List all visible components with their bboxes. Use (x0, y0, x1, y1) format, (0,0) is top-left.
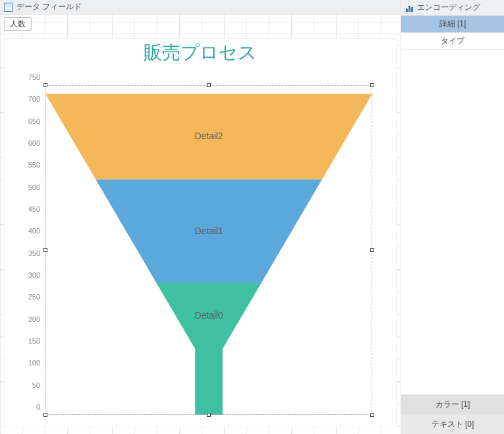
y-tick: 100 (18, 359, 44, 367)
y-tick: 750 (18, 73, 44, 81)
y-tick: 450 (18, 205, 44, 213)
encoding-type-item[interactable]: タイプ (401, 33, 504, 50)
encoding-text-item[interactable]: テキスト [0] (401, 414, 504, 434)
y-tick: 550 (18, 161, 44, 169)
resize-handle-tr[interactable] (370, 83, 374, 87)
y-axis: 0501001502002503003504004505005506006507… (18, 85, 44, 415)
resize-handle-mr[interactable] (370, 248, 374, 252)
encoding-title: エンコーディング (417, 2, 480, 13)
resize-handle-tm[interactable] (207, 83, 211, 87)
resize-handle-br[interactable] (370, 413, 374, 417)
resize-handle-bm[interactable] (207, 413, 211, 417)
y-tick: 0 (18, 403, 44, 411)
encoding-panel: エンコーディング 詳細 [1] タイプ カラー [1] テキスト [0] (401, 0, 504, 434)
fields-icon (4, 3, 13, 12)
y-tick: 650 (18, 117, 44, 125)
y-tick: 200 (18, 315, 44, 323)
y-tick: 50 (18, 381, 44, 389)
field-tag-row: 人数 (0, 15, 401, 34)
y-tick: 150 (18, 337, 44, 345)
y-tick: 250 (18, 293, 44, 301)
y-tick: 700 (18, 95, 44, 103)
y-tick: 350 (18, 249, 44, 257)
y-tick: 500 (18, 183, 44, 191)
chart-title: 販売プロセス (5, 39, 396, 67)
y-tick: 300 (18, 271, 44, 279)
field-panel-title: データ フィールド (16, 1, 82, 13)
y-tick: 600 (18, 139, 44, 147)
field-panel-header: データ フィールド (0, 0, 401, 15)
chart-container[interactable]: 販売プロセス Detail2Detail1Detail0 0501001 (4, 38, 397, 427)
field-tag[interactable]: 人数 (4, 17, 32, 31)
y-tick: 400 (18, 227, 44, 235)
encoding-header: エンコーディング (401, 0, 504, 16)
encoding-icon (405, 3, 414, 12)
encoding-color-item[interactable]: カラー [1] (401, 394, 504, 414)
plot-area[interactable]: Detail2Detail1Detail0 (45, 85, 372, 415)
selection-box[interactable] (45, 85, 372, 415)
encoding-detail-item[interactable]: 詳細 [1] (401, 16, 504, 33)
